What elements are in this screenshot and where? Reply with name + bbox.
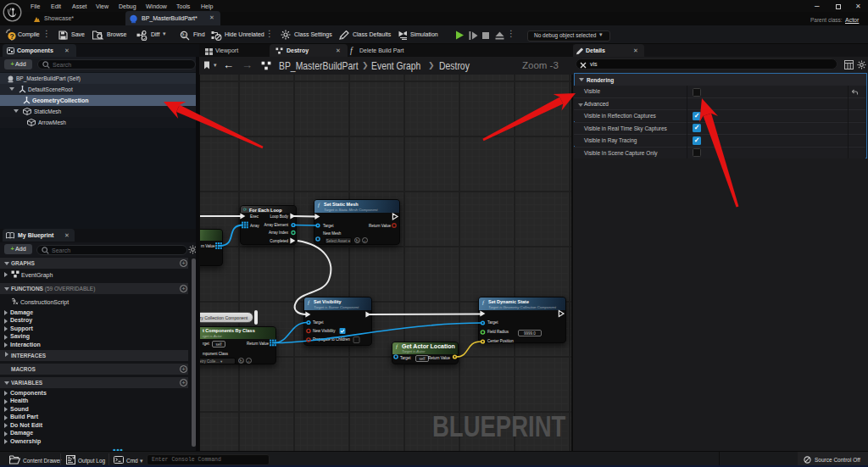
svg-text:?: ? bbox=[9, 32, 14, 41]
svg-text:↻: ↻ bbox=[181, 31, 186, 37]
